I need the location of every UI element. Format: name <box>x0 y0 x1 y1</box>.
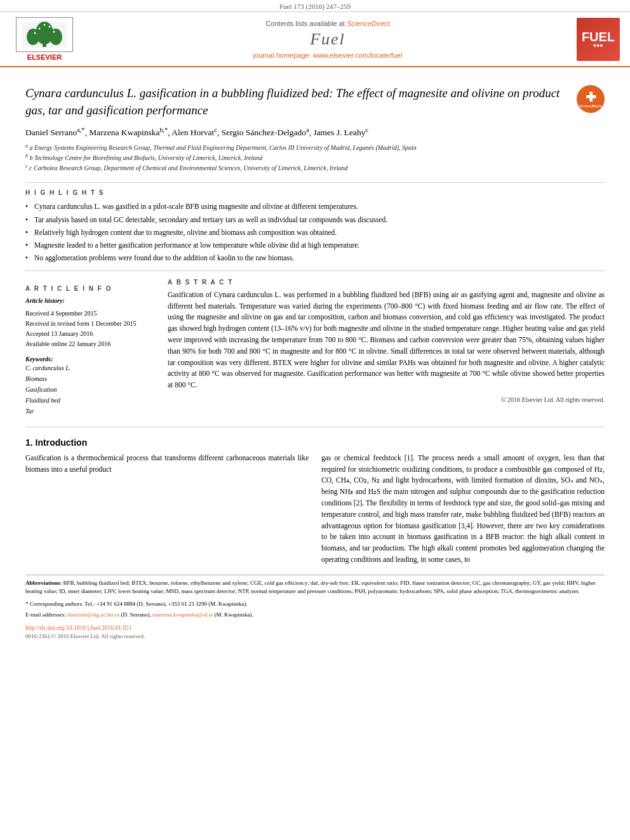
citation-bar: Fuel 173 (2016) 247–259 <box>0 0 630 12</box>
contents-text: Contents lists available at <box>265 20 345 27</box>
divider-1 <box>25 182 605 183</box>
highlight-item-2: Tar analysis based on total GC detectabl… <box>25 215 605 225</box>
corresponding-label: * Corresponding authors. Tel.: +34 91 62… <box>25 601 248 607</box>
abbrev-text: BFB, bubbling fluidized bed; BTEX, benze… <box>25 580 596 595</box>
email1[interactable]: daserran@ing.uc3m.es <box>67 611 119 618</box>
article-title: Cynara cardunculus L. gasification in a … <box>25 85 605 119</box>
revised-date: Received in revised form 1 December 2015 <box>25 319 152 329</box>
elsevier-logo-box <box>16 17 73 52</box>
doi-link[interactable]: http://dx.doi.org/10.1016/j.fuel.2016.01… <box>25 623 605 632</box>
crossmark-icon: ✚ <box>586 91 596 103</box>
svg-point-7 <box>44 23 46 25</box>
intro-col1-text: Gasification is a thermochemical process… <box>25 454 309 473</box>
author-sup-a2: a <box>306 126 309 133</box>
affil-a-text: a Energy Systems Engineering Research Gr… <box>30 144 417 151</box>
intro-columns: Gasification is a thermochemical process… <box>25 453 605 566</box>
page: Fuel 173 (2016) 247–259 <box>0 0 630 840</box>
journal-header: ELSEVIER Contents lists available at Sci… <box>0 12 630 67</box>
article-history: Article history: Received 4 September 20… <box>25 296 152 349</box>
citation-text: Fuel 173 (2016) 247–259 <box>279 3 351 10</box>
received-date: Received 4 September 2015 <box>25 309 152 319</box>
article-info-label: A R T I C L E I N F O <box>25 285 152 292</box>
svg-point-8 <box>34 32 36 34</box>
kw-4: Tar <box>25 408 34 415</box>
email-line: E-mail addresses: daserran@ing.uc3m.es (… <box>25 611 605 620</box>
abstract-label: A B S T R A C T <box>168 279 605 286</box>
author-sup-b: b,* <box>160 126 168 133</box>
kw-3: Fluidized bed <box>25 397 60 404</box>
author-sup-a: a,* <box>77 126 84 133</box>
crossmark-label: CrossMark <box>579 104 602 108</box>
intro-col2-text: gas or chemical feedstock [1]. The proce… <box>321 454 605 563</box>
divider-3 <box>25 427 605 427</box>
kw-1: Biomass <box>25 375 47 382</box>
email1-name: (D. Serrano), <box>121 611 151 618</box>
divider-2 <box>25 270 605 271</box>
affil-b: b b Technology Centre for Biorefining an… <box>25 153 605 163</box>
keywords-section: Keywords: C. cardunculus L. Biomass Gasi… <box>25 356 152 417</box>
affil-sup-a: a <box>25 143 28 149</box>
keywords-label: Keywords: <box>25 356 152 363</box>
email-label: E-mail addresses: <box>25 611 66 618</box>
journal-homepage: journal homepage: www.elsevier.com/locat… <box>253 51 403 59</box>
keywords-list: C. cardunculus L. Biomass Gasification F… <box>25 363 152 417</box>
intro-col-left: Gasification is a thermochemical process… <box>25 453 309 566</box>
article-info-col: A R T I C L E I N F O Article history: R… <box>25 279 152 417</box>
homepage-label: journal homepage: www.elsevier.com/locat… <box>253 51 403 59</box>
introduction-section: 1. Introduction Gasification is a thermo… <box>25 437 605 566</box>
highlight-item-4: Magnesite leaded to a better gasificatio… <box>25 240 605 251</box>
highlight-2-text: Tar analysis based on total GC detectabl… <box>34 216 387 223</box>
sciencedirect-link[interactable]: ScienceDirect <box>347 20 390 27</box>
affil-c: c c Carbolea Research Group, Department … <box>25 163 605 173</box>
highlights-label: H I G H L I G H T S <box>25 189 605 196</box>
doi-text: http://dx.doi.org/10.1016/j.fuel.2016.01… <box>25 625 131 631</box>
intro-col-right: gas or chemical feedstock [1]. The proce… <box>321 453 605 566</box>
affil-sup-c: c <box>25 163 28 169</box>
svg-point-4 <box>50 29 62 45</box>
highlight-item-5: No agglomeration problems were found due… <box>25 253 605 263</box>
highlights-list: Cynara cardunculus L. was gasified in a … <box>25 201 605 263</box>
svg-point-9 <box>53 30 55 32</box>
copyright: © 2016 Elsevier Ltd. All rights reserved… <box>168 396 605 403</box>
crossmark-badge: ✚ CrossMark <box>577 85 605 113</box>
abstract-text: Gasification of Cynara cardunculus L. wa… <box>168 290 605 391</box>
section-number: 1. <box>25 437 36 448</box>
affil-sup-b: b <box>25 153 28 159</box>
svg-point-6 <box>49 25 51 27</box>
footnotes-area: Abbreviations: BFB, bubbling fluidized b… <box>25 575 605 641</box>
main-content: Cynara cardunculus L. gasification in a … <box>0 67 630 648</box>
journal-header-center: Contents lists available at ScienceDirec… <box>88 17 568 61</box>
svg-point-5 <box>39 27 41 29</box>
affil-a: a a Energy Systems Engineering Research … <box>25 143 605 153</box>
abbreviations: Abbreviations: BFB, bubbling fluidized b… <box>25 579 605 596</box>
affiliations: a a Energy Systems Engineering Research … <box>25 143 605 173</box>
kw-2: Gasification <box>25 386 57 393</box>
svg-point-3 <box>27 29 39 45</box>
highlight-3-text: Relatively high hydrogen content due to … <box>34 229 337 236</box>
issn-line: 0016-2361/© 2016 Elsevier Ltd. All right… <box>25 632 605 641</box>
sciencedirect-line: Contents lists available at ScienceDirec… <box>265 20 390 27</box>
elsevier-wordmark: ELSEVIER <box>27 53 62 61</box>
journal-name: Fuel <box>310 30 345 49</box>
corresponding-authors: * Corresponding authors. Tel.: +34 91 62… <box>25 600 605 609</box>
abbrev-label: Abbreviations: <box>25 580 62 586</box>
fuel-badge: FUEL ■■■ <box>577 18 620 61</box>
affil-b-text: b Technology Centre for Biorefining and … <box>30 154 263 161</box>
highlight-1-text: Cynara cardunculus L. was gasified in a … <box>34 203 358 210</box>
history-label: Article history: <box>25 296 152 306</box>
highlight-item-1: Cynara cardunculus L. was gasified in a … <box>25 201 605 212</box>
article-info-abstract: A R T I C L E I N F O Article history: R… <box>25 279 605 417</box>
highlight-item-3: Relatively high hydrogen content due to … <box>25 227 605 238</box>
highlight-5-text: No agglomeration problems were found due… <box>34 254 294 262</box>
email2[interactable]: marzena.kwapinska@ul.ie <box>152 611 213 618</box>
journal-header-left: ELSEVIER <box>6 17 83 61</box>
available-date: Available online 22 January 2016 <box>25 339 152 349</box>
author-sup-c1: c <box>214 126 217 133</box>
kw-0: C. cardunculus L. <box>25 364 70 371</box>
elsevier-logo: ELSEVIER <box>16 17 73 61</box>
abstract-col: A B S T R A C T Gasification of Cynara c… <box>168 279 605 417</box>
authors-line: Daniel Serranoa,*, Marzena Kwapinskab,*,… <box>25 126 605 139</box>
accepted-date: Accepted 13 January 2016 <box>25 329 152 339</box>
article-title-text: Cynara cardunculus L. gasification in a … <box>25 86 560 117</box>
section-title: 1. Introduction <box>25 437 605 448</box>
